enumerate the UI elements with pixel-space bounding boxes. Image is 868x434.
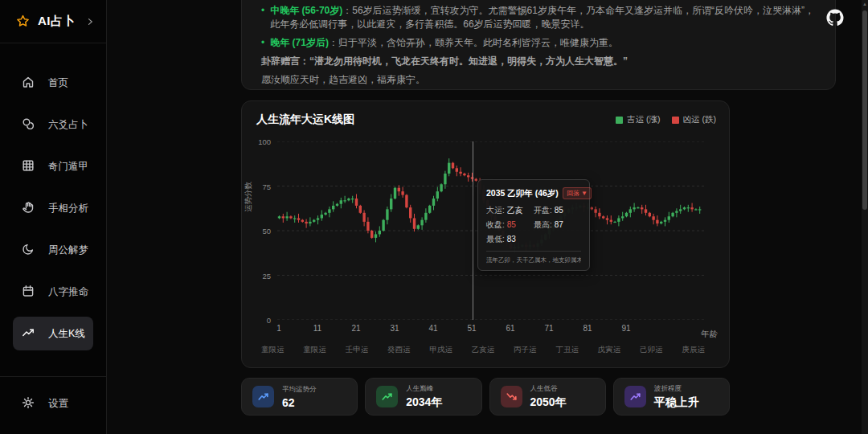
tooltip-footer: 流年乙卯，天干乙属木，地支卯属木，顺畅 bbox=[486, 251, 581, 264]
y-tick-label: 75 bbox=[242, 182, 271, 191]
sidebar-nav: 首页六爻占卜奇门遁甲手相分析周公解梦八字推命人生K线 bbox=[0, 58, 106, 350]
dayun-label: 甲戌运 bbox=[429, 345, 452, 355]
dayun-label: 己卯运 bbox=[640, 345, 663, 355]
app-window: AI占卜 首页六爻占卜奇门遁甲手相分析周公解梦八字推命人生K线 设置 • 中晚年… bbox=[0, 0, 868, 434]
sidebar-item-liuyao[interactable]: 六爻占卜 bbox=[13, 108, 93, 141]
x-tick-label: 81 bbox=[583, 324, 592, 333]
hexagram-quote: 卦辞赠言：“潜龙勿用待时机，飞龙在天终有时。知进退，明得失，方为人生大智慧。” bbox=[261, 55, 816, 68]
dayun-label: 壬申运 bbox=[346, 345, 369, 355]
x-tick-label: 1 bbox=[276, 324, 281, 333]
bullet-title: 中晚年 (56-70岁) bbox=[270, 5, 342, 16]
tooltip-field-low: 最低:83 bbox=[486, 234, 534, 245]
trend-up-icon bbox=[624, 386, 646, 407]
github-link[interactable] bbox=[826, 9, 844, 27]
dayun-label: 丙子运 bbox=[514, 345, 537, 355]
trend-down-icon bbox=[501, 386, 522, 407]
sidebar-item-qimen[interactable]: 奇门遁甲 bbox=[13, 149, 93, 183]
down-arrow-icon: ▼ bbox=[581, 190, 588, 197]
chart-legend: 吉运 (涨)凶运 (跌) bbox=[616, 114, 716, 125]
y-tick-label: 25 bbox=[242, 272, 271, 280]
stats-row: 平均运势分62人生巅峰2034年人生低谷2050年波折程度平稳上升 bbox=[241, 378, 730, 416]
bullet-text: ：56岁后运势渐缓，宜转攻为守。尤需警惕61岁庚午年，乃本命年又逢岁运并临，所谓… bbox=[270, 5, 814, 30]
x-tick-label: 61 bbox=[506, 324, 514, 333]
x-tick-label: 91 bbox=[621, 324, 630, 333]
hand-icon bbox=[22, 201, 35, 216]
coins-icon bbox=[22, 117, 35, 133]
tooltip-title: 2035 乙卯年 (46岁) bbox=[486, 188, 559, 199]
dayun-label: 乙亥运 bbox=[472, 345, 495, 355]
dayun-label: 癸酉运 bbox=[387, 345, 411, 355]
trend-up-icon bbox=[376, 386, 398, 407]
x-tick-label: 41 bbox=[428, 324, 437, 333]
x-tick-label: 51 bbox=[467, 324, 476, 333]
stat-card-2: 人生低谷2050年 bbox=[489, 378, 606, 416]
reading-card: • 中晚年 (56-70岁)：56岁后运势渐缓，宜转攻为守。尤需警惕61岁庚午年… bbox=[241, 0, 836, 90]
y-tick-label: 100 bbox=[242, 137, 271, 146]
x-tick-label: 21 bbox=[351, 324, 360, 333]
y-tick-label: 0 bbox=[242, 316, 271, 325]
github-icon bbox=[826, 9, 844, 27]
tooltip-field-close: 收盘:85 bbox=[486, 219, 534, 231]
home-icon bbox=[22, 76, 35, 91]
tooltip-field-high: 最高:87 bbox=[534, 219, 581, 231]
scrollbar-thumb[interactable] bbox=[862, 10, 867, 210]
legend-item-1[interactable]: 凶运 (跌) bbox=[672, 114, 716, 125]
grid-icon bbox=[22, 159, 35, 174]
tooltip-field-open: 开盘:85 bbox=[534, 205, 581, 216]
x-tick-label: 71 bbox=[544, 324, 553, 333]
settings-label: 设置 bbox=[48, 397, 68, 411]
chart-tooltip: 2035 乙卯年 (46岁) 回落▼ 大运:乙亥 开盘:85 收盘:85 最高:… bbox=[477, 179, 590, 271]
gear-icon bbox=[22, 396, 35, 411]
dayun-label: 丁丑运 bbox=[555, 345, 579, 355]
bullet-title: 晚年 (71岁后) bbox=[270, 37, 329, 48]
sidebar-item-bazi[interactable]: 八字推命 bbox=[13, 275, 93, 309]
x-tick-label: 31 bbox=[390, 324, 399, 333]
sidebar-item-palm[interactable]: 手相分析 bbox=[13, 191, 93, 225]
bullet-text: ：归于平淡，含饴弄孙，颐养天年。此时名利皆浮云，唯健康为重。 bbox=[329, 37, 618, 48]
trend-icon bbox=[22, 326, 35, 342]
chevron-right-icon[interactable] bbox=[85, 17, 95, 27]
moon-icon bbox=[22, 243, 35, 258]
scroll-up-arrow[interactable]: ▲ bbox=[862, 2, 867, 6]
dayun-label: 童限运 bbox=[303, 345, 326, 355]
quote-label: 卦辞赠言： bbox=[261, 55, 309, 67]
legend-item-0[interactable]: 吉运 (涨) bbox=[616, 114, 660, 125]
bullet-dot: • bbox=[261, 36, 264, 50]
dayun-labels-row: 童限运童限运壬申运癸酉运甲戌运乙亥运丙子运丁丑运戊寅运己卯运庚辰运 bbox=[261, 345, 705, 355]
y-tick-label: 50 bbox=[242, 227, 271, 235]
crosshair-line bbox=[473, 141, 473, 320]
chart-title: 人生流年大运K线图 bbox=[256, 113, 354, 127]
stat-card-0: 平均运势分62 bbox=[241, 378, 358, 416]
sidebar-divider bbox=[0, 376, 106, 377]
app-title: AI占卜 bbox=[38, 14, 77, 29]
app-logo[interactable]: AI占卜 bbox=[0, 0, 106, 43]
quote-text: “潜龙勿用待时机，飞龙在天终有时。知进退，明得失，方为人生大智慧。” bbox=[309, 55, 628, 67]
x-tick-label: 11 bbox=[313, 324, 321, 333]
main-content: • 中晚年 (56-70岁)：56岁后运势渐缓，宜转攻为守。尤需警惕61岁庚午年… bbox=[108, 0, 868, 434]
farewell-text: 愿汝顺应天时，趋吉避凶，福寿康宁。 bbox=[261, 73, 816, 87]
sidebar-item-settings[interactable]: 设置 bbox=[13, 387, 93, 420]
tooltip-badge: 回落▼ bbox=[563, 187, 592, 199]
reading-bullet-mid-late: • 中晚年 (56-70岁)：56岁后运势渐缓，宜转攻为守。尤需警惕61岁庚午年… bbox=[261, 4, 816, 31]
sidebar: AI占卜 首页六爻占卜奇门遁甲手相分析周公解梦八字推命人生K线 设置 bbox=[0, 0, 107, 434]
calendar-icon bbox=[22, 285, 35, 300]
star-icon bbox=[16, 14, 30, 28]
sidebar-item-home[interactable]: 首页 bbox=[13, 66, 93, 100]
tooltip-field-dayun: 大运:乙亥 bbox=[486, 205, 534, 216]
dayun-label: 童限运 bbox=[261, 345, 285, 355]
stat-card-3: 波折程度平稳上升 bbox=[613, 378, 730, 416]
trend-up-icon bbox=[252, 386, 274, 407]
scrollbar-track[interactable]: ▲ bbox=[862, 0, 868, 434]
x-axis-name: 年龄 bbox=[701, 329, 718, 340]
sidebar-item-dream[interactable]: 周公解梦 bbox=[13, 233, 93, 267]
dayun-label: 庚辰运 bbox=[682, 345, 705, 355]
kline-chart-card: 人生流年大运K线图 吉运 (涨)凶运 (跌) 运势分数 年龄 童限运童限运壬申运… bbox=[241, 100, 730, 368]
stat-card-1: 人生巅峰2034年 bbox=[365, 378, 481, 416]
bullet-dot: • bbox=[261, 4, 264, 31]
sidebar-item-life-kline[interactable]: 人生K线 bbox=[13, 317, 93, 350]
reading-bullet-late: • 晚年 (71岁后)：归于平淡，含饴弄孙，颐养天年。此时名利皆浮云，唯健康为重… bbox=[261, 36, 816, 50]
dayun-label: 戊寅运 bbox=[598, 345, 621, 355]
